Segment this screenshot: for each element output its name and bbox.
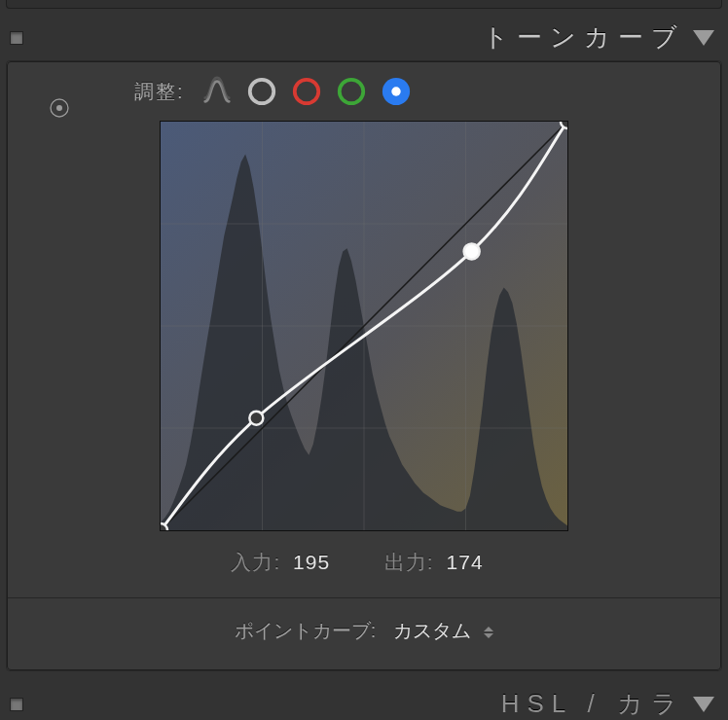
panel-title: トーンカーブ [483,20,685,54]
output-label: 出力: [384,551,434,573]
svg-point-2 [56,105,62,111]
panel-header-tone-curve[interactable]: トーンカーブ [0,15,728,60]
tone-curve-svg[interactable] [161,122,567,530]
channel-parametric-icon[interactable] [201,76,233,107]
panel-enable-toggle[interactable] [10,31,23,45]
prev-panel-stub [6,0,722,9]
tone-curve-panel: 調整: [6,60,722,671]
input-label: 入力: [231,551,280,573]
panel-enable-toggle-hsl[interactable] [10,698,23,711]
svg-point-17 [249,412,263,425]
input-value: 195 [293,551,330,573]
channel-red-icon[interactable] [291,76,322,107]
panel-header-hsl[interactable]: HSL / カラ [0,681,728,720]
svg-point-3 [249,80,273,103]
curve-readout: 入力: 195 出力: 174 [8,531,720,597]
channel-green-icon[interactable] [336,76,367,107]
output-value: 174 [447,551,484,573]
svg-point-18 [464,243,480,259]
svg-point-5 [339,80,362,103]
disclosure-icon[interactable] [693,30,714,46]
disclosure-icon[interactable] [693,697,714,712]
svg-point-4 [294,80,317,103]
point-curve-label: ポイントカーブ: [235,620,377,641]
dropdown-arrows-icon[interactable] [484,627,493,638]
channel-blue-icon[interactable] [381,76,412,107]
svg-point-7 [391,87,400,95]
channel-rgb-icon[interactable] [246,76,277,107]
next-panel-title: HSL / カラ [501,687,685,720]
tone-curve-editor[interactable] [160,121,568,531]
point-curve-dropdown[interactable]: カスタム [393,620,471,641]
point-curve-row: ポイントカーブ: カスタム [8,597,720,669]
adjust-label: 調整: [134,79,185,105]
adjust-row: 調整: [8,76,720,107]
targeted-adjust-icon[interactable] [49,97,70,119]
